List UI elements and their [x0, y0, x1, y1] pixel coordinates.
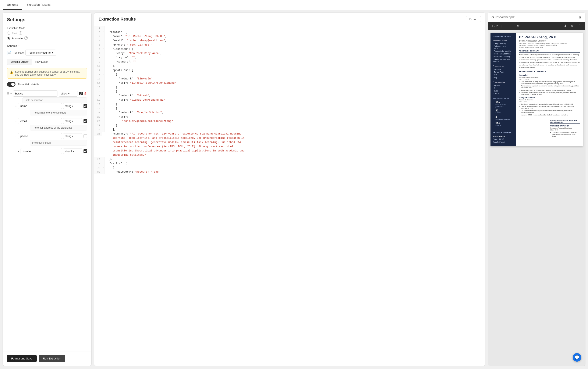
- field-type-name[interactable]: string ▾: [63, 103, 82, 109]
- download-btn[interactable]: ⬇: [563, 23, 567, 28]
- tab-extraction[interactable]: Extraction Results: [23, 0, 54, 10]
- accurate-info-icon[interactable]: ?: [24, 36, 28, 40]
- drag-handle-phone[interactable]: ⠿: [15, 134, 17, 138]
- settings-title: Settings: [7, 17, 87, 22]
- pdf-main: Dr. Rachel Zhang, Ph.D. Senior AI Resear…: [516, 33, 583, 146]
- zoom-out-btn[interactable]: −: [504, 24, 508, 28]
- pdf-company-columbia: Columbia University: [550, 125, 580, 127]
- rotate-btn[interactable]: ↺: [516, 23, 521, 28]
- code-line-8: 8 "region": "",: [94, 55, 485, 60]
- code-line-23: 23 "scholar.google.com/rachelzhang": [94, 119, 485, 123]
- format-save-button[interactable]: Format and Save: [7, 355, 37, 362]
- field-name-phone[interactable]: [18, 133, 62, 139]
- field-desc-basics[interactable]: Field description: [22, 97, 87, 103]
- field-desc-phone[interactable]: Field description: [30, 140, 87, 145]
- pdf-prof-exp-continued-heading: PROFESSIONAL EXPERIENCE (CONTINUED): [550, 119, 580, 124]
- print-btn[interactable]: 🖨: [569, 24, 575, 28]
- pdf-impact-label-pubs: Peer-reviewed publications: [495, 104, 514, 108]
- pdf-content: TECHNICAL SKILLS Research Areas • Deep L…: [488, 30, 585, 366]
- extraction-mode-group: Fast ? Accurate ?: [7, 31, 87, 40]
- field-type-email[interactable]: string ▾: [63, 118, 82, 124]
- warning-icon: ⚠️: [10, 71, 13, 76]
- pdf-programming-heading: Programming: [493, 81, 514, 84]
- main-layout: Settings Extraction Mode Fast ? Accurate…: [0, 10, 588, 368]
- run-extraction-button[interactable]: Run Extraction: [39, 355, 65, 362]
- export-button[interactable]: Export: [466, 16, 481, 22]
- field-check-basics[interactable]: [79, 92, 83, 95]
- field-desc-email[interactable]: The email address of the candidate: [30, 125, 87, 131]
- pdf-lang-2: • C++: [493, 87, 514, 89]
- field-name-email[interactable]: [18, 118, 62, 124]
- pdf-grants-col: [519, 118, 549, 137]
- pdf-research-impact-section: RESEARCH IMPACT 25+ Peer-reviewed public…: [493, 97, 514, 127]
- template-select[interactable]: Technical Resume ▾: [25, 50, 56, 56]
- field-phone: ⠿ string ▾ Field description: [15, 133, 87, 145]
- field-check-phone[interactable]: [84, 134, 87, 138]
- field-type-location[interactable]: object ▾: [63, 148, 82, 154]
- pdf-bullet-dm-3: Built and led team of 6 researchers work…: [521, 89, 580, 91]
- field-name: ⠿ string ▾ The full name of the candidat…: [15, 103, 87, 115]
- pdf-header: ai_researcher.pdf 🗑: [488, 13, 585, 22]
- field-check-name[interactable]: [84, 104, 87, 108]
- pdf-bullet-gr-4: Mentored 4 PhD interns and collaborated …: [521, 114, 580, 116]
- field-type-basics[interactable]: object ▾: [59, 91, 78, 97]
- raw-editor-btn[interactable]: Raw Editor: [32, 59, 51, 65]
- pdf-skill-3: • Probabilistic Models: [493, 50, 514, 52]
- accurate-radio[interactable]: [7, 37, 10, 40]
- pdf-frameworks-heading: Frameworks: [493, 65, 514, 68]
- drag-handle-location[interactable]: ⠿: [15, 150, 17, 153]
- field-check-location[interactable]: [84, 149, 87, 153]
- chat-button[interactable]: 💬: [573, 353, 581, 362]
- pdf-bullet-dm-2: Pioneered new approach to zero-shot lear…: [521, 85, 580, 89]
- code-line-9: 9 "country": "": [94, 60, 485, 64]
- schema-label-row: Schema *: [7, 44, 87, 47]
- pdf-grant-1: NSF CAREER: [493, 135, 514, 137]
- code-line-11: 11▾ "profiles": [: [94, 68, 485, 72]
- pdf-company-google: Google Research: [519, 97, 580, 99]
- pdf-grants-heading: GRANTS & AWARDS: [493, 132, 514, 134]
- field-email-row: ⠿ string ▾: [15, 118, 87, 124]
- chevron-down-icon-name: ▾: [72, 105, 73, 108]
- fast-info-icon[interactable]: ?: [19, 31, 22, 35]
- pdf-research-areas-heading: Research Areas: [493, 39, 514, 42]
- field-basics-row: ⠿ ▾ object ▾ 🗑: [7, 91, 87, 97]
- field-name-location[interactable]: [21, 148, 62, 154]
- field-phone-row: ⠿ string ▾: [15, 133, 87, 139]
- field-type-phone[interactable]: string ▾: [63, 133, 82, 139]
- field-name-name[interactable]: [18, 103, 62, 109]
- pdf-frameworks-section: Frameworks • PyTorch • TensorFlow • JAX …: [493, 65, 514, 79]
- accurate-option[interactable]: Accurate ?: [7, 36, 87, 40]
- pdf-impact-num-patents: 10+: [495, 122, 501, 124]
- field-check-email[interactable]: [84, 119, 87, 123]
- tab-schema[interactable]: Schema: [3, 0, 22, 10]
- field-name-basics[interactable]: [13, 91, 57, 97]
- field-desc-name[interactable]: The full name of the candidate: [30, 110, 87, 115]
- delete-basics-btn[interactable]: 🗑: [84, 92, 87, 95]
- pdf-page-current: 1: [492, 24, 493, 28]
- chevron-basics[interactable]: ▾: [10, 92, 12, 95]
- tab-bar: Schema Extraction Results: [0, 0, 588, 10]
- impact-bar-pubs: [493, 101, 493, 107]
- more-btn[interactable]: ⋮: [577, 23, 582, 28]
- settings-content: Settings Extraction Mode Fast ? Accurate…: [3, 13, 91, 351]
- sub-fields-basics: ⠿ string ▾ The full name of the candidat…: [15, 103, 87, 154]
- delete-pdf-icon[interactable]: 🗑: [578, 15, 582, 19]
- field-desc-name-text: The full name of the candidate: [32, 111, 66, 114]
- code-line-2: 2▾ "basics": {: [94, 30, 485, 34]
- pdf-dates-deepmind: 2019 - Present: [519, 79, 580, 80]
- field-location-row: ⠿ ▸ object ▾: [15, 148, 87, 154]
- chevron-location[interactable]: ▸: [18, 150, 19, 153]
- drag-handle-email[interactable]: ⠿: [15, 120, 17, 123]
- pdf-fw-1: • PyTorch: [493, 68, 514, 70]
- pdf-dates-columbia: 2011 - 2015: [550, 129, 580, 131]
- pdf-research-impact-heading: RESEARCH IMPACT: [493, 97, 514, 100]
- pdf-impact-label-awards: Best paper awards: [495, 118, 510, 120]
- drag-handle-basics[interactable]: ⠿: [7, 92, 9, 95]
- code-line-18: 18 "url": "github.com/rzhang-ai": [94, 98, 485, 102]
- fast-option[interactable]: Fast ?: [7, 31, 87, 35]
- schema-builder-btn[interactable]: Schema Builder: [7, 59, 32, 65]
- zoom-in-btn[interactable]: +: [510, 24, 514, 28]
- drag-handle-name[interactable]: ⠿: [15, 104, 17, 108]
- fast-radio[interactable]: [7, 31, 10, 35]
- show-field-details-toggle[interactable]: [7, 82, 15, 87]
